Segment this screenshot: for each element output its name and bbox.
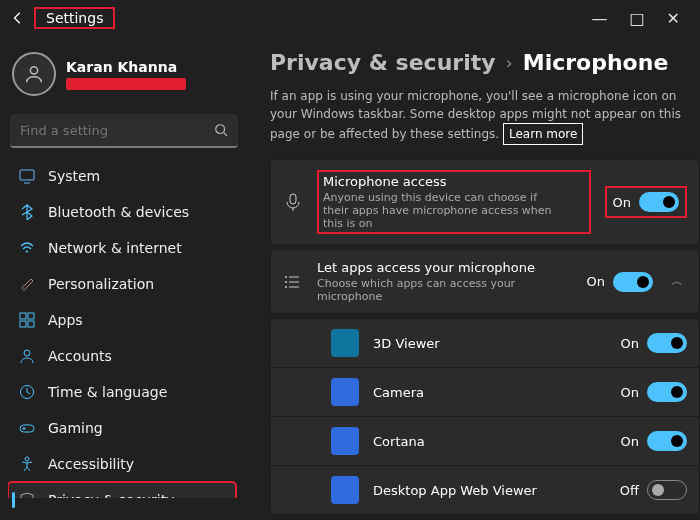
let-apps-card[interactable]: Let apps access your microphone Choose w… <box>270 249 700 314</box>
bluetooth-icon <box>18 203 36 221</box>
chevron-up-icon[interactable]: ︿ <box>667 273 687 290</box>
breadcrumb-parent[interactable]: Privacy & security <box>270 50 496 75</box>
brush-icon <box>18 275 36 293</box>
let-apps-title: Let apps access your microphone <box>317 260 573 275</box>
mic-access-subtitle: Anyone using this device can choose if t… <box>323 191 563 230</box>
mic-icon <box>283 192 303 212</box>
maximize-button[interactable]: □ <box>629 9 644 28</box>
sidebar-item-label: Bluetooth & devices <box>48 204 189 220</box>
sidebar-nav: System Bluetooth & devices Network & int… <box>8 158 240 498</box>
let-apps-subtitle: Choose which apps can access your microp… <box>317 277 557 303</box>
minimize-button[interactable]: — <box>591 9 607 28</box>
app-toggle-group: On <box>621 333 687 353</box>
let-apps-state: On <box>587 274 605 289</box>
user-name: Karan Khanna <box>66 59 186 75</box>
titlebar: Settings — □ ✕ <box>0 0 700 36</box>
svg-point-0 <box>30 67 37 74</box>
svg-rect-11 <box>290 194 296 204</box>
app-toggle[interactable] <box>647 333 687 353</box>
let-apps-toggle-group: On <box>587 272 653 292</box>
svg-rect-6 <box>28 321 34 327</box>
mic-access-toggle[interactable] <box>639 192 679 212</box>
back-button[interactable] <box>8 8 28 28</box>
sidebar-item-label: Apps <box>48 312 83 328</box>
app-row: CortanaOn <box>271 416 699 465</box>
close-button[interactable]: ✕ <box>667 9 680 28</box>
list-icon <box>283 272 303 292</box>
sidebar: Karan Khanna System Bluetooth & devices … <box>0 36 248 520</box>
app-name: Desktop App Web Viewer <box>373 483 606 498</box>
mic-access-text: Microphone access Anyone using this devi… <box>317 170 591 234</box>
page-title: Microphone <box>523 50 669 75</box>
microphone-access-card: Microphone access Anyone using this devi… <box>270 159 700 245</box>
sidebar-item-label: Personalization <box>48 276 154 292</box>
app-toggle[interactable] <box>647 480 687 500</box>
svg-rect-4 <box>28 313 34 319</box>
learn-more-link[interactable]: Learn more <box>503 123 583 145</box>
sidebar-item-privacy-security[interactable]: Privacy & security <box>8 482 236 498</box>
svg-point-14 <box>285 286 287 288</box>
system-icon <box>18 167 36 185</box>
breadcrumb: Privacy & security › Microphone <box>270 50 700 75</box>
search-box[interactable] <box>10 114 238 148</box>
sidebar-item-label: Gaming <box>48 420 103 436</box>
svg-point-7 <box>24 350 30 356</box>
app-list: 3D ViewerOnCameraOnCortanaOnDesktop App … <box>270 318 700 515</box>
svg-point-12 <box>285 276 287 278</box>
svg-point-13 <box>285 281 287 283</box>
profile[interactable]: Karan Khanna <box>8 44 240 108</box>
sidebar-item-apps[interactable]: Apps <box>8 302 236 338</box>
sidebar-item-label: Accessibility <box>48 456 134 472</box>
sidebar-item-label: Privacy & security <box>48 492 174 498</box>
app-icon <box>331 476 359 504</box>
mic-access-title: Microphone access <box>323 174 585 189</box>
avatar <box>12 52 56 96</box>
sidebar-item-accessibility[interactable]: Accessibility <box>8 446 236 482</box>
app-toggle-state: On <box>621 434 639 449</box>
sidebar-item-system[interactable]: System <box>8 158 236 194</box>
app-row: CameraOn <box>271 367 699 416</box>
app-toggle[interactable] <box>647 431 687 451</box>
clock-icon <box>18 383 36 401</box>
app-toggle-state: On <box>621 385 639 400</box>
user-email-redacted <box>66 78 186 90</box>
svg-rect-3 <box>20 313 26 319</box>
app-toggle-state: On <box>621 336 639 351</box>
accessibility-icon <box>18 455 36 473</box>
sidebar-item-bluetooth[interactable]: Bluetooth & devices <box>8 194 236 230</box>
app-toggle-state: Off <box>620 483 639 498</box>
svg-rect-9 <box>20 425 34 432</box>
mic-access-state: On <box>613 195 631 210</box>
search-input[interactable] <box>20 123 214 138</box>
sidebar-item-label: Network & internet <box>48 240 182 256</box>
sidebar-item-label: Time & language <box>48 384 167 400</box>
app-toggle-group: On <box>621 382 687 402</box>
gamepad-icon <box>18 419 36 437</box>
app-name: 3D Viewer <box>373 336 607 351</box>
svg-point-10 <box>25 457 29 461</box>
app-icon <box>331 427 359 455</box>
let-apps-toggle[interactable] <box>613 272 653 292</box>
shield-icon <box>18 491 36 498</box>
app-toggle-group: On <box>621 431 687 451</box>
window-title: Settings <box>34 7 115 29</box>
sidebar-item-gaming[interactable]: Gaming <box>8 410 236 446</box>
sidebar-item-accounts[interactable]: Accounts <box>8 338 236 374</box>
app-name: Cortana <box>373 434 607 449</box>
wifi-icon <box>18 239 36 257</box>
search-icon <box>214 123 228 137</box>
app-toggle[interactable] <box>647 382 687 402</box>
page-description: If an app is using your microphone, you'… <box>270 87 690 145</box>
sidebar-item-time-language[interactable]: Time & language <box>8 374 236 410</box>
svg-point-1 <box>216 125 225 134</box>
svg-rect-5 <box>20 321 26 327</box>
sidebar-item-personalization[interactable]: Personalization <box>8 266 236 302</box>
person-icon <box>18 347 36 365</box>
svg-rect-2 <box>20 170 34 180</box>
mic-access-toggle-group: On <box>605 186 687 218</box>
sidebar-item-network[interactable]: Network & internet <box>8 230 236 266</box>
app-name: Camera <box>373 385 607 400</box>
chevron-right-icon: › <box>506 52 513 73</box>
app-icon <box>331 378 359 406</box>
sidebar-item-label: Accounts <box>48 348 112 364</box>
